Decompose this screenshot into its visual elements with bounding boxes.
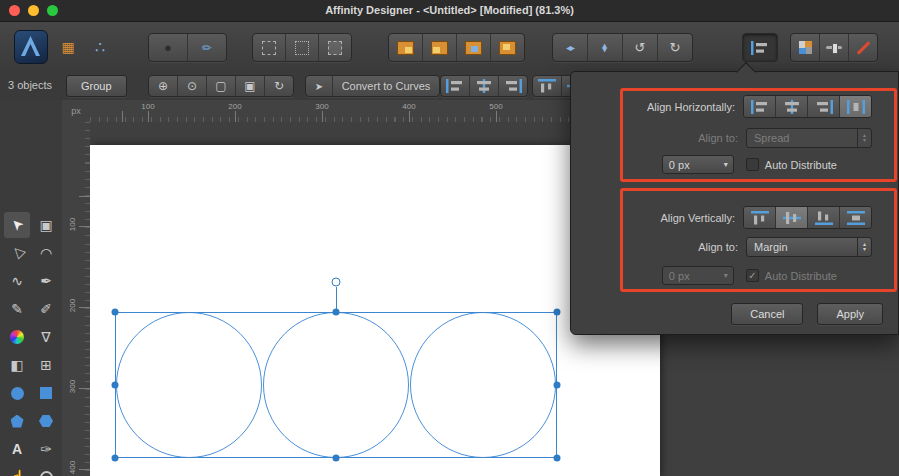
align-right-button[interactable] — [499, 76, 527, 96]
move-tool[interactable]: ➤ — [4, 212, 30, 238]
rotate-cw-button[interactable]: ↻ — [658, 34, 692, 61]
view-tool[interactable]: ☝ — [4, 464, 30, 476]
cycle-selection-box-button[interactable]: ↻ — [265, 76, 293, 96]
ellipse-tool[interactable] — [4, 380, 30, 406]
alignment-button[interactable] — [742, 33, 778, 62]
convert-to-curves-button[interactable]: Convert to Curves — [333, 76, 439, 96]
selection-handle-top-right[interactable] — [554, 309, 561, 316]
insert-inside-button[interactable] — [457, 34, 491, 61]
transform-objects-separately-button[interactable]: ▣ — [236, 76, 265, 96]
curves-icon-button[interactable]: ➤ — [306, 76, 333, 96]
cancel-button[interactable]: Cancel — [731, 303, 803, 325]
space-horizontally-option[interactable] — [840, 96, 871, 117]
flip-vertical-button[interactable]: ◂▸ — [588, 34, 623, 61]
transform-origin-button[interactable]: ⊕ — [149, 76, 178, 96]
align-right-option[interactable] — [808, 96, 840, 117]
snapping-toggle-button[interactable] — [253, 34, 286, 61]
offset-dropdown-horizontal[interactable]: 0 px ▾ — [662, 155, 734, 174]
style-picker-tool[interactable]: ✑ — [33, 436, 59, 462]
colour-grid-button[interactable] — [791, 34, 820, 61]
align-bottom-option[interactable] — [808, 207, 840, 228]
preview-mode-button[interactable]: ⊙ — [178, 76, 207, 96]
selection-handle-bottom-left[interactable] — [112, 455, 119, 462]
selection-handle-middle-right[interactable] — [554, 382, 561, 389]
transform-origin-icon: ⊕ — [158, 79, 168, 93]
show-selection-box-button[interactable]: ▢ — [207, 76, 236, 96]
ruler-tick-label: 100 — [68, 218, 77, 231]
snap-to-grid-button[interactable] — [286, 34, 319, 61]
align-to-label-vertical: Align to: — [698, 241, 738, 253]
space-vertically-option[interactable] — [840, 207, 871, 228]
transparency-tool[interactable]: ∇ — [33, 324, 59, 350]
selection-handle-middle-left[interactable] — [112, 382, 119, 389]
apply-button-label: Apply — [836, 308, 864, 320]
selection-handle-bottom-center[interactable] — [333, 455, 340, 462]
cycle-icon: ↻ — [274, 79, 284, 93]
align-top-option[interactable] — [744, 207, 776, 228]
convert-to-curves-group: ➤ Convert to Curves — [305, 75, 440, 97]
ruler-tick-label: 200 — [228, 102, 241, 111]
corner-tool[interactable]: ◠ — [33, 240, 59, 266]
text-tool-icon: A — [12, 441, 22, 457]
artboard-tool-icon: ▣ — [39, 217, 52, 233]
node-tool[interactable]: ▷ — [4, 240, 30, 266]
title-bar: Affinity Designer - <Untitled> [Modified… — [0, 0, 899, 22]
selection-bounding-box — [115, 312, 557, 458]
rotate-ccw-button[interactable]: ↺ — [623, 34, 658, 61]
zoom-tool[interactable] — [33, 464, 59, 476]
auto-distribute-checkbox-horizontal[interactable] — [746, 158, 759, 171]
align-to-dropdown-vertical[interactable]: Margin ▴ ▾ — [746, 237, 872, 257]
pen-tool[interactable]: ✒ — [33, 268, 59, 294]
selection-box-icon: ▢ — [215, 79, 226, 93]
ellipse-tool-icon — [11, 387, 24, 400]
alignment-panel: Align Horizontally: Align to: Spread ▴ ▾… — [570, 71, 899, 335]
artboard-tool[interactable]: ▣ — [33, 212, 59, 238]
snap-to-objects-button[interactable] — [319, 34, 351, 61]
text-tool[interactable]: A — [4, 436, 30, 462]
alignment-icon — [751, 41, 769, 55]
group-button-label: Group — [81, 80, 112, 92]
align-top-button[interactable] — [533, 76, 562, 96]
polygon-tool[interactable] — [33, 408, 59, 434]
crop-tool[interactable]: ⊞ — [33, 352, 59, 378]
force-pixel-alignment-button[interactable]: ● — [149, 34, 188, 61]
colour-picker-tool[interactable] — [4, 324, 30, 350]
align-middle-option[interactable] — [776, 207, 808, 228]
force-pixel-alignment-icon: ● — [164, 40, 172, 55]
apply-button[interactable]: Apply — [817, 303, 883, 325]
export-persona-button[interactable]: ∴ — [88, 35, 112, 59]
group-button[interactable]: Group — [66, 75, 127, 97]
insert-in-front-button[interactable] — [423, 34, 457, 61]
align-center-button[interactable] — [470, 76, 499, 96]
pencil-tool[interactable]: ✎ — [4, 296, 30, 322]
opacity-slider-button[interactable] — [820, 34, 849, 61]
selection-handle-bottom-right[interactable] — [554, 455, 561, 462]
designer-persona-button[interactable] — [14, 30, 48, 64]
insert-behind-button[interactable] — [389, 34, 423, 61]
window-title: Affinity Designer - <Untitled> [Modified… — [0, 0, 899, 21]
cancel-button-label: Cancel — [750, 308, 784, 320]
selection-handle-top-left[interactable] — [112, 309, 119, 316]
align-left-button[interactable] — [441, 76, 470, 96]
selection-handle-top-center[interactable] — [333, 309, 340, 316]
rotation-handle[interactable] — [332, 278, 341, 287]
space-vertically-icon — [847, 211, 865, 225]
transparency-tool-icon: ∇ — [41, 329, 50, 345]
move-by-whole-pixels-button[interactable]: ✏ — [188, 34, 226, 61]
snap-to-objects-icon — [328, 41, 342, 55]
pixel-persona-button[interactable]: ▦ — [56, 35, 80, 59]
insert-on-top-button[interactable] — [491, 34, 524, 61]
align-center-horizontally-option[interactable] — [776, 96, 808, 117]
rectangle-tool[interactable] — [33, 380, 59, 406]
paint-brush-tool[interactable]: ✐ — [33, 296, 59, 322]
pentagon-tool[interactable] — [4, 408, 30, 434]
insert-inside-icon — [465, 41, 482, 55]
fill-tool[interactable]: ◧ — [4, 352, 30, 378]
pencil-tool-icon: ✎ — [11, 301, 23, 317]
align-left-option[interactable] — [744, 96, 776, 117]
align-top-icon — [751, 211, 769, 225]
flip-horizontal-button[interactable]: ◂▸ — [553, 34, 588, 61]
vector-brush-tool[interactable]: ∿ — [4, 268, 30, 294]
ruler-tick-label: 400 — [402, 102, 415, 111]
no-style-button[interactable] — [849, 34, 877, 61]
